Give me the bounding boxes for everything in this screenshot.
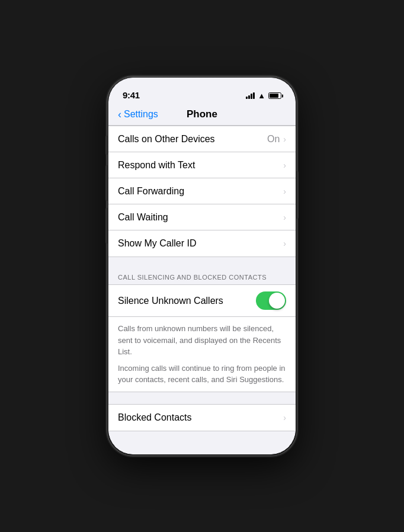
silence-unknown-callers-toggle[interactable]: [256, 291, 286, 310]
call-forwarding-row[interactable]: Call Forwarding ›: [108, 178, 296, 204]
silence-description-box: Calls from unknown numbers will be silen…: [108, 317, 296, 392]
screen-content: 9:41 ▲: [108, 78, 296, 454]
settings-content: Calls on Other Devices On › Respond with…: [108, 126, 296, 454]
calls-on-other-devices-row[interactable]: Calls on Other Devices On ›: [108, 126, 296, 152]
blocked-contacts-row[interactable]: Blocked Contacts ›: [108, 405, 296, 431]
chevron-right-icon: ›: [283, 187, 286, 196]
calls-other-devices-label: Calls on Other Devices: [118, 134, 267, 145]
signal-bar-1: [246, 97, 248, 99]
call-silencing-section-header: Call Silencing and Blocked Contacts: [108, 269, 296, 284]
chevron-right-icon: ›: [283, 413, 286, 422]
show-caller-id-label: Show My Caller ID: [118, 238, 283, 249]
chevron-right-icon: ›: [283, 213, 286, 222]
chevron-right-icon: ›: [283, 134, 286, 144]
mute-button[interactable]: [105, 136, 107, 155]
signal-icon: [246, 92, 255, 99]
respond-with-text-row[interactable]: Respond with Text ›: [108, 152, 296, 178]
status-time: 9:41: [123, 90, 140, 100]
silence-description-2: Incoming calls will continue to ring fro…: [118, 363, 286, 386]
signal-bar-3: [251, 94, 252, 99]
chevron-right-icon: ›: [283, 239, 286, 248]
status-bar: 9:41 ▲: [108, 78, 296, 104]
volume-down-button[interactable]: [105, 208, 107, 243]
blocked-contacts-group: Blocked Contacts ›: [108, 404, 296, 431]
call-forwarding-label: Call Forwarding: [118, 186, 283, 197]
bottom-spacer: [108, 431, 296, 449]
section-gap: [108, 257, 296, 269]
volume-up-button[interactable]: [105, 165, 107, 201]
silence-unknown-callers-label: Silence Unknown Callers: [118, 296, 256, 306]
silence-description-1: Calls from unknown numbers will be silen…: [118, 323, 286, 358]
phone-screen: 9:41 ▲: [108, 78, 296, 454]
call-waiting-row[interactable]: Call Waiting ›: [108, 204, 296, 230]
chevron-back-icon: ‹: [118, 108, 121, 121]
back-label: Settings: [124, 109, 158, 120]
section-gap-2: [108, 392, 296, 404]
phone-frame: 9:41 ▲: [107, 76, 297, 456]
respond-with-text-label: Respond with Text: [118, 160, 283, 171]
silence-unknown-callers-row[interactable]: Silence Unknown Callers: [108, 285, 296, 317]
back-button[interactable]: ‹ Settings: [118, 108, 158, 121]
blocked-contacts-label: Blocked Contacts: [118, 412, 283, 423]
silence-callers-group: Silence Unknown Callers Calls from unkno…: [108, 284, 296, 392]
page-title: Phone: [187, 108, 217, 120]
battery-icon: [268, 92, 281, 99]
status-icons: ▲: [246, 91, 281, 100]
first-settings-group: Calls on Other Devices On › Respond with…: [108, 126, 296, 257]
navigation-bar: ‹ Settings Phone: [108, 104, 296, 126]
signal-bar-2: [248, 95, 250, 99]
wifi-icon: ▲: [258, 91, 265, 100]
call-waiting-label: Call Waiting: [118, 212, 283, 223]
toggle-knob: [269, 293, 285, 309]
signal-bar-4: [253, 92, 255, 99]
chevron-right-icon: ›: [283, 161, 286, 170]
calls-other-devices-value: On: [267, 134, 280, 145]
show-caller-id-row[interactable]: Show My Caller ID ›: [108, 230, 296, 257]
power-button[interactable]: [297, 171, 299, 219]
